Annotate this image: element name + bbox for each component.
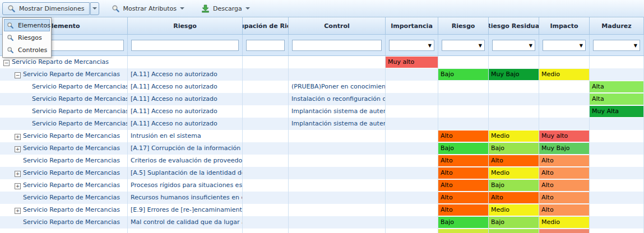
impacto-value: Medio [539, 69, 589, 80]
riesgo_residual-value: Bajo [489, 180, 539, 191]
table-row[interactable]: Servicio Reparto de Mercancias[A.11] Acc… [0, 81, 644, 93]
header-control[interactable]: Control [289, 17, 386, 34]
table-row[interactable]: Servicio Reparto de Mercancias[A.11] Acc… [0, 93, 644, 105]
mostrar-dimensiones-dropdown-arrow[interactable] [90, 2, 99, 15]
elemento-label: Servicio Reparto de Mercancias [23, 169, 120, 176]
expand-icon[interactable]: + [15, 134, 21, 140]
descarga-button[interactable]: Descarga [197, 2, 254, 15]
importancia-cell: Muy alto [386, 56, 438, 68]
risk-grid-app: Mostrar Dimensiones Mostrar Atributos De… [0, 0, 644, 233]
impacto-cell [539, 56, 590, 68]
impacto-cell: Medio [539, 216, 590, 229]
header-riesgo-nivel[interactable]: Riesgo [438, 17, 489, 34]
table-body: −Servicio Reparto de MercanciasMuy alto−… [0, 56, 644, 233]
table-row[interactable]: −Servicio Reparto de Mercancias[A.11] Ac… [0, 68, 644, 81]
select-arrow-icon: ▼ [634, 43, 637, 48]
header-importancia[interactable]: Importancia [386, 17, 438, 34]
table-row[interactable]: −Servicio Reparto de MercanciasMuy alto [0, 56, 644, 68]
elemento-label: Servicio Reparto de Mercancias [23, 132, 120, 139]
riesgo_nivel-cell: Alto [438, 155, 489, 167]
mostrar-dimensiones-button[interactable]: Mostrar Dimensiones [2, 2, 90, 15]
table-row[interactable]: +Servicio Reparto de Mercancias[A.17] Co… [0, 142, 644, 155]
madurez-cell: Alta [590, 81, 644, 93]
riesgo_residual-cell [489, 118, 539, 130]
filter-riesgo-nivel-select[interactable]: ▼ [442, 40, 485, 51]
riesgo_residual-value: Medio [489, 204, 539, 216]
menu-item-riesgos[interactable]: Riesgos [4, 31, 50, 44]
table-row[interactable]: +Servicio Reparto de Mercancias[A.5] Sup… [0, 167, 644, 179]
expand-icon[interactable]: + [15, 208, 21, 214]
header-riesgo-residual[interactable]: Riesgo Residual [489, 17, 539, 34]
riesgo-label: Recursos humanos insuficientes en compra… [128, 192, 243, 204]
menu-item-label: Riesgos [18, 34, 42, 41]
impacto-cell [539, 93, 590, 105]
filter-agrupacion-input[interactable] [246, 40, 285, 51]
madurez-cell [590, 142, 644, 155]
expand-icon[interactable]: + [15, 146, 21, 152]
table-row[interactable]: +Servicio Reparto de Mercancias[E.9] Err… [0, 204, 644, 216]
table-row[interactable] [0, 229, 644, 233]
download-icon [201, 4, 210, 13]
collapse-icon[interactable]: − [3, 60, 10, 66]
header-madurez[interactable]: Madurez [590, 17, 644, 34]
impacto-value: Muy alto [539, 131, 589, 142]
riesgo_residual-value: Alto [489, 192, 539, 203]
expand-icon[interactable]: + [15, 183, 21, 189]
magnifier-icon [7, 34, 14, 41]
filter-control-input[interactable] [292, 40, 382, 51]
impacto-value: Alto [539, 204, 589, 216]
madurez-value: Alta [590, 81, 643, 92]
riesgo_nivel-value: Alto [438, 131, 488, 142]
riesgo_nivel-value: Alto [438, 204, 488, 216]
control-label: Implantación sistema de autenticació [289, 105, 386, 118]
riesgo_nivel-cell: Bajo [438, 68, 489, 81]
dimensiones-dropdown-menu: Elementos Riesgos Controles [2, 17, 52, 58]
mostrar-atributos-button[interactable]: Mostrar Atributos [107, 2, 189, 15]
riesgo-label: Procesos rígidos para situaciones especi… [128, 179, 243, 192]
agrupacion-cell [243, 130, 289, 142]
riesgo_nivel-value: Bajo [438, 217, 488, 228]
importancia-cell [386, 229, 438, 233]
table-row[interactable]: Servicio Reparto de Mercancias[A.11] Acc… [0, 118, 644, 130]
filter-impacto-select[interactable]: ▼ [543, 40, 586, 51]
agrupacion-cell [243, 105, 289, 118]
riesgo_nivel-cell: Alto [438, 192, 489, 204]
riesgo_residual-cell: Bajo [489, 142, 539, 155]
table-row[interactable]: Servicio Reparto de MercanciasCriterios … [0, 155, 644, 167]
impacto-value [539, 229, 589, 233]
collapse-icon[interactable]: − [15, 72, 21, 78]
filter-riesgo-input[interactable] [131, 40, 239, 51]
header-riesgo[interactable]: Riesgo [128, 17, 243, 34]
impacto-cell: Medio [539, 68, 590, 81]
table-row[interactable]: Servicio Reparto de Mercancias[A.11] Acc… [0, 105, 644, 118]
table-header: Elemento Riesgo Agrupación de Riesgo Con… [0, 17, 644, 35]
menu-item-elementos[interactable]: Elementos [4, 19, 50, 31]
magnifier-icon [7, 46, 14, 54]
expand-icon[interactable]: + [15, 171, 21, 177]
riesgo_residual-cell: Alto [489, 192, 539, 204]
riesgo_nivel-value: Alto [438, 155, 488, 166]
filter-riesgo-residual-select[interactable]: ▼ [492, 40, 535, 51]
impacto-value: Medio [539, 217, 589, 228]
agrupacion-cell [243, 216, 289, 229]
impacto-value: Alto [539, 155, 589, 166]
riesgo_nivel-cell: Alto [438, 130, 489, 142]
table-row[interactable]: Servicio Reparto de MercanciasMal contro… [0, 216, 644, 229]
table-row[interactable]: +Servicio Reparto de MercanciasIntrusión… [0, 130, 644, 142]
menu-item-label: Elementos [18, 22, 50, 29]
table-row[interactable]: +Servicio Reparto de MercanciasProcesos … [0, 179, 644, 192]
agrupacion-cell [243, 56, 289, 68]
mostrar-atributos-label: Mostrar Atributos [123, 5, 177, 12]
madurez-cell [590, 167, 644, 179]
filter-madurez-select[interactable]: ▼ [593, 40, 640, 51]
table-row[interactable]: Servicio Reparto de MercanciasRecursos h… [0, 192, 644, 204]
header-agrupacion[interactable]: Agrupación de Riesgo [243, 17, 289, 34]
header-impacto[interactable]: Impacto [539, 17, 590, 34]
menu-item-label: Controles [18, 46, 47, 54]
importancia-cell [386, 93, 438, 105]
riesgo_nivel-value: Bajo [438, 69, 488, 80]
madurez-cell [590, 216, 644, 229]
filter-importancia-select[interactable]: ▼ [389, 40, 434, 51]
menu-item-controles[interactable]: Controles [4, 44, 50, 56]
elemento-label: Servicio Reparto de Mercancias [23, 194, 120, 201]
